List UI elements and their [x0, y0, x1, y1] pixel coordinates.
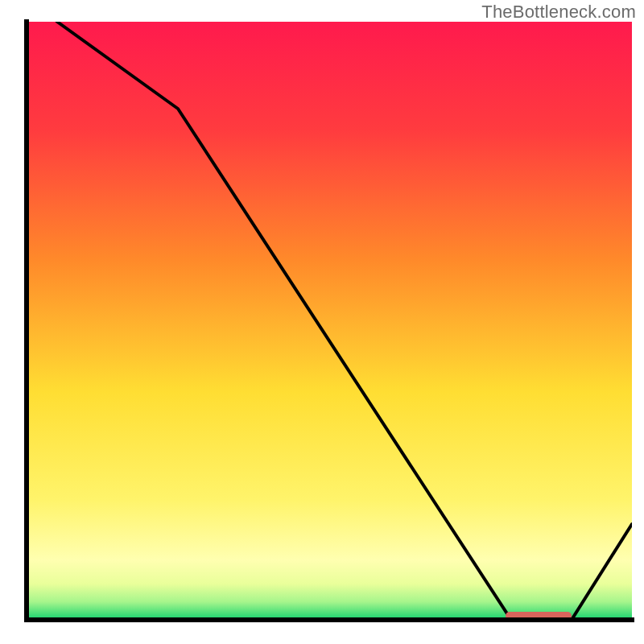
chart-stage: TheBottleneck.com: [0, 0, 644, 644]
plot-background: [27, 22, 632, 620]
watermark-text: TheBottleneck.com: [481, 2, 636, 23]
chart-svg: [0, 0, 644, 644]
